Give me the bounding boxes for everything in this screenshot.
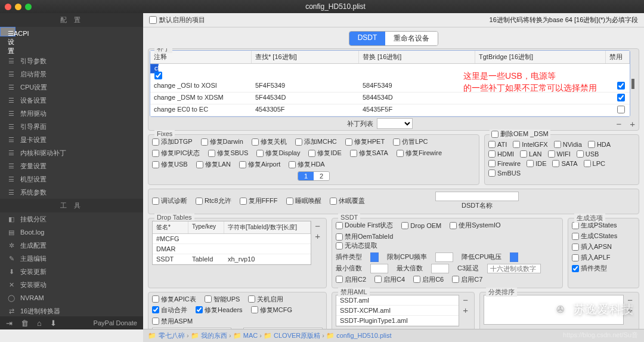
sidebar-item[interactable]: ☰引导界面: [0, 120, 143, 133]
fix-checkbox[interactable]: 修复SATA: [350, 149, 388, 158]
zoom-icon[interactable]: [25, 4, 32, 10]
aml-row[interactable]: SSDT-PluginType1.aml: [336, 316, 459, 326]
dsdt-name-input[interactable]: [435, 192, 519, 201]
aml-row[interactable]: SSDT.aml: [336, 295, 459, 306]
minimize-icon[interactable]: [15, 4, 21, 10]
oem-checkbox[interactable]: IDE: [527, 160, 546, 167]
breadcrumb-item[interactable]: 零七八碎: [159, 332, 185, 339]
oem-checkbox[interactable]: USB: [577, 150, 599, 158]
oem-checkbox[interactable]: HDMI: [488, 150, 514, 158]
cstate-checkbox[interactable]: 启用C2: [336, 275, 366, 284]
aml-add[interactable]: +: [460, 305, 470, 315]
sidebar-tool[interactable]: ▤Boot.log: [0, 226, 143, 239]
apic-checkbox[interactable]: 禁用ASPM: [152, 317, 193, 326]
fix-checkbox[interactable]: 修复IPIC状态: [152, 149, 200, 158]
low-cpu-v-select[interactable]: [510, 252, 518, 262]
default-enabled-checkbox[interactable]: 默认启用的项目: [149, 16, 205, 24]
fix-checkbox[interactable]: 修复HPET: [345, 137, 385, 146]
sidebar-tool[interactable]: ✲生成配置: [0, 239, 143, 252]
sidebar-item[interactable]: ☰启动背景: [0, 67, 143, 81]
breadcrumb-item[interactable]: 我的东西: [201, 332, 227, 339]
drop-row[interactable]: SSDTTableIdxh_rvp10: [153, 254, 311, 264]
fix-checkbox[interactable]: 修复Airport: [239, 160, 280, 169]
apic-checkbox[interactable]: 修复APIC表: [152, 295, 196, 304]
patch-remove-button[interactable]: −: [614, 119, 624, 129]
limit-cpu-input[interactable]: [435, 252, 453, 262]
breadcrumb-item[interactable]: CLOVER原版精: [274, 332, 320, 339]
disable-checkbox[interactable]: [154, 72, 162, 79]
fix-checkbox[interactable]: 修复USB: [152, 160, 188, 169]
disable-checkbox[interactable]: [617, 106, 625, 113]
drop-remove[interactable]: −: [312, 221, 323, 231]
sidebar-item[interactable]: ☰机型设置: [0, 172, 143, 186]
sidebar-tool[interactable]: ⬇安装更新: [0, 265, 143, 278]
page-2[interactable]: 2: [314, 172, 329, 180]
nodyn-checkbox[interactable]: 无动态提取: [336, 241, 377, 250]
patch-row[interactable]: change EC0 to EC4543305F45435F5F: [150, 104, 630, 116]
fix-checkbox[interactable]: 修复HDA: [289, 160, 324, 169]
sidebar-tool[interactable]: ⇄16进制转换器: [0, 304, 143, 316]
misc-checkbox[interactable]: 复用FFFF: [240, 196, 278, 205]
close-icon[interactable]: [5, 4, 11, 10]
oem-checkbox[interactable]: SATA: [552, 160, 577, 167]
fix-checkbox[interactable]: 修复Display: [256, 149, 300, 158]
donate-button[interactable]: PayPal Donate: [94, 319, 137, 326]
min-mult-input[interactable]: [370, 264, 388, 273]
gen-checkbox[interactable]: 生成CStates: [572, 232, 635, 241]
cstate-checkbox[interactable]: 启用C4: [374, 275, 405, 284]
patch-row[interactable]: change _OSI to XOSI5F4F5349584F5349: [150, 81, 630, 93]
gen-checkbox[interactable]: 插件类型: [572, 264, 635, 273]
oem-checkbox[interactable]: Firewire: [488, 160, 521, 167]
apic-checkbox[interactable]: 自动合并: [152, 306, 187, 315]
aml-row[interactable]: SSDT-XCPM.aml: [336, 306, 459, 316]
c3-lat-input[interactable]: [487, 264, 541, 273]
sidebar-item[interactable]: ☰设备设置: [0, 94, 143, 107]
sidebar-item[interactable]: ☰系统参数: [0, 186, 143, 199]
cstate-checkbox[interactable]: 启用C7: [452, 275, 482, 284]
oem-checkbox[interactable]: HDA: [588, 141, 611, 148]
aml-remove[interactable]: −: [460, 295, 470, 305]
fix-checkbox[interactable]: 添加MCHC: [295, 137, 337, 146]
apic-checkbox[interactable]: 智能UPS: [205, 295, 240, 304]
drop-row[interactable]: #MCFG: [153, 234, 311, 244]
export-icon[interactable]: ⇥: [6, 319, 13, 328]
plugin-type-select[interactable]: [370, 252, 379, 262]
sidebar-item[interactable]: ☰ACPI设置: [0, 27, 16, 36]
sidebar-tool[interactable]: ✎主题编辑: [0, 252, 143, 265]
tab-dsdt[interactable]: DSDT: [349, 32, 386, 45]
sidebar-item[interactable]: ☰禁用驱动: [0, 107, 143, 120]
tab-rename[interactable]: 重命名设备: [385, 32, 438, 45]
cstate-checkbox[interactable]: 启用C6: [413, 275, 444, 284]
disable-checkbox[interactable]: [617, 82, 625, 90]
misc-checkbox[interactable]: 休眠覆盖: [330, 196, 365, 205]
oem-checkbox[interactable]: SmBUS: [488, 170, 521, 177]
gen-checkbox[interactable]: 插入APSN: [572, 242, 635, 251]
fix-checkbox[interactable]: 修复IDE: [308, 149, 341, 158]
oem-checkbox[interactable]: LAN: [520, 150, 541, 158]
sidebar-tool[interactable]: ✕安装驱动: [0, 278, 143, 291]
oem-checkbox[interactable]: LPC: [584, 160, 605, 167]
patch-row[interactable]: change OSID to XSID (to avoi...4F5349445…: [150, 64, 159, 73]
sidebar-item[interactable]: ☰引导参数: [0, 54, 143, 67]
max-mult-input[interactable]: [431, 264, 449, 273]
oem-checkbox[interactable]: IntelGFX: [513, 141, 547, 148]
oem-checkbox[interactable]: ATI: [488, 141, 507, 148]
sidebar-tool[interactable]: ◯NVRAM: [0, 291, 143, 304]
apic-checkbox[interactable]: 修复MCFG: [251, 306, 292, 315]
sidebar-item[interactable]: ☰CPU设置: [0, 81, 143, 94]
oem-checkbox[interactable]: NVidia: [554, 141, 582, 148]
ssdt-checkbox[interactable]: Double First状态: [336, 221, 393, 230]
fix-checkbox[interactable]: 修复LAN: [196, 160, 231, 169]
trash-icon[interactable]: 🗑: [21, 319, 29, 328]
fix-checkbox[interactable]: 添加DTGP: [152, 137, 193, 146]
drop-row[interactable]: DMAR: [153, 244, 311, 254]
fix-checkbox[interactable]: 修复关机: [252, 137, 287, 146]
patch-add-button[interactable]: +: [627, 119, 637, 129]
apic-checkbox[interactable]: 关机启用: [248, 295, 283, 304]
sidebar-item[interactable]: ☰显卡设置: [0, 133, 143, 146]
breadcrumb-item[interactable]: MAC: [243, 332, 258, 339]
oem-checkbox[interactable]: WIFI: [548, 150, 571, 158]
drop-add[interactable]: +: [312, 231, 323, 241]
fix-checkbox[interactable]: 修复Darwin: [201, 137, 243, 146]
oem-dsm-checkbox[interactable]: 删除OEM _DSM: [490, 130, 550, 138]
